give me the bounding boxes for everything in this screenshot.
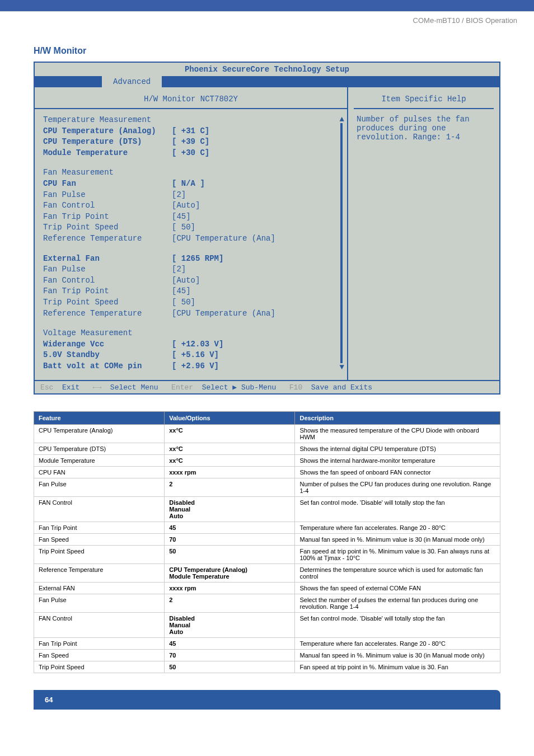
bios-row[interactable]: Batt volt at COMe pin[ +2.96 V] [43,361,339,372]
bios-row[interactable]: Fan Control[Auto] [43,275,339,287]
table-cell: Determines the temperature source which … [295,564,500,583]
table-cell: Reference Temperature [34,564,165,583]
enter-key: Enter [171,383,193,392]
scrollbar[interactable] [340,123,343,363]
table-cell: FAN Control [34,613,165,638]
table-cell: 2 [165,478,295,497]
select-menu-label: Select Menu [110,383,158,392]
bios-value: [ +2.96 V] [172,361,339,372]
table-cell: Shows the internal digital CPU temperatu… [295,443,500,455]
table-row: Fan Trip Point45Temperature where fan ac… [34,522,500,534]
esc-key: Esc [40,383,53,392]
f10-key: F10 [289,383,302,392]
table-cell: DisabledManualAuto [165,613,295,638]
bios-value: [ 50] [172,297,339,308]
bios-label: Reference Temperature [43,308,172,320]
bios-label: Fan Pulse [43,190,172,201]
select-sub-label: Select ▶ Sub-Menu [202,383,277,392]
bios-label: Batt volt at COMe pin [43,361,172,372]
bios-title: Phoenix SecureCore Technology Setup [35,63,499,76]
bios-row[interactable]: Module Temperature[ +30 C] [43,148,339,159]
bios-label: CPU Temperature (DTS) [43,137,172,148]
table-cell: Shows the fan speed of external COMe FAN [295,583,500,594]
table-cell: CPU Temperature (Analog) [34,425,165,443]
table-cell: DisabledManualAuto [165,497,295,522]
bios-label: Fan Trip Point [43,286,172,297]
table-cell: FAN Control [34,497,165,522]
ext-fan-value: [ 1265 RPM] [172,253,339,265]
bios-row[interactable]: Fan Control[Auto] [43,200,339,212]
table-row: Fan Speed70Manual fan speed in %. Minimu… [34,650,500,661]
bios-footer: Esc Exit ←→ Select Menu Enter Select ▶ S… [35,380,499,393]
save-label: Save and Exits [311,383,372,392]
table-cell: Temperature where fan accelerates. Range… [295,638,500,650]
bios-row[interactable]: Fan Pulse[2] [43,264,339,275]
bios-label: Trip Point Speed [43,297,172,308]
tab-advanced[interactable]: Advanced [102,76,162,87]
table-row: CPU Temperature (DTS)xx°CShows the inter… [34,443,500,455]
table-cell: 70 [165,534,295,546]
bios-row[interactable]: CPU Temperature (Analog)[ +31 C] [43,126,339,137]
scroll-down-icon[interactable]: ▼ [340,363,344,372]
bios-label: Fan Control [43,200,172,212]
table-cell: CPU FAN [34,467,165,478]
bios-value: [ 50] [172,222,339,233]
temp-heading: Temperature Measurement [43,115,172,126]
scroll-up-icon[interactable]: ▲ [340,115,344,124]
bios-label: Trip Point Speed [43,222,172,233]
bios-panel-title: H/W Monitor NCT7802Y [35,90,347,109]
bios-row[interactable]: Reference Temperature[CPU Temperature (A… [43,308,339,320]
table-cell: xx°C [165,455,295,467]
table-cell: xx°C [165,443,295,455]
bios-value: [ +31 C] [172,126,339,137]
bios-row[interactable]: Widerange Vcc[ +12.03 V] [43,339,339,350]
header-bar [0,0,534,11]
bios-row[interactable]: Fan Trip Point[45] [43,286,339,297]
bios-screenshot: Phoenix SecureCore Technology Setup Adva… [34,62,500,395]
table-cell: External FAN [34,583,165,594]
bios-label: Module Temperature [43,148,172,159]
bios-row[interactable]: CPU Temperature (DTS)[ +39 C] [43,137,339,148]
bios-row[interactable]: 5.0V Standby[ +5.16 V] [43,350,339,361]
bios-value: [45] [172,286,339,297]
fan-heading: Fan Measurement [43,167,172,179]
table-row: Trip Point Speed50Fan speed at trip poin… [34,546,500,564]
bios-row[interactable]: CPU Fan[ N/A ] [43,179,339,190]
table-cell: CPU Temperature (DTS) [34,443,165,455]
bios-row[interactable]: Fan Trip Point[45] [43,212,339,223]
table-cell: 50 [165,546,295,564]
table-row: Trip Point Speed50Fan speed at trip poin… [34,661,500,673]
table-cell: 2 [165,594,295,613]
bios-label: Fan Trip Point [43,212,172,223]
table-row: Fan Trip Point45Temperature where fan ac… [34,638,500,650]
page-footer: 64 [34,690,500,710]
bios-row[interactable]: Reference Temperature[CPU Temperature (A… [43,233,339,245]
bios-label: Reference Temperature [43,233,172,245]
bios-main-panel: H/W Monitor NCT7802Y ▲ ▼ Temperature Mea… [35,87,348,380]
ext-fan-label: External Fan [43,253,172,265]
bios-row[interactable]: Trip Point Speed[ 50] [43,297,339,308]
bios-value: [Auto] [172,275,339,287]
table-cell: Shows the fan speed of onboard FAN conne… [295,467,500,478]
table-cell: Manual fan speed in %. Minimum value is … [295,650,500,661]
table-cell: Shows the internal hardware-monitor temp… [295,455,500,467]
table-cell: 45 [165,638,295,650]
table-row: Fan Speed70Manual fan speed in %. Minimu… [34,534,500,546]
help-title: Item Specific Help [354,90,494,109]
bios-row[interactable]: Fan Pulse[2] [43,190,339,201]
bios-row[interactable]: Trip Point Speed[ 50] [43,222,339,233]
exit-label: Exit [62,383,79,392]
bios-value: [2] [172,190,339,201]
bios-value: [CPU Temperature (Ana] [172,308,339,320]
table-row: Module Temperaturexx°CShows the internal… [34,455,500,467]
table-cell: Fan Speed [34,650,165,661]
table-cell: xxxx rpm [165,467,295,478]
table-cell: Fan Pulse [34,478,165,497]
table-row: External FANxxxx rpmShows the fan speed … [34,583,500,594]
table-cell: Trip Point Speed [34,546,165,564]
table-cell: Number of pulses the CPU fan produces du… [295,478,500,497]
table-cell: CPU Temperature (Analog)Module Temperatu… [165,564,295,583]
page-number: 64 [34,696,53,704]
bios-label: Fan Control [43,275,172,287]
table-cell: Temperature where fan accelerates. Range… [295,522,500,534]
